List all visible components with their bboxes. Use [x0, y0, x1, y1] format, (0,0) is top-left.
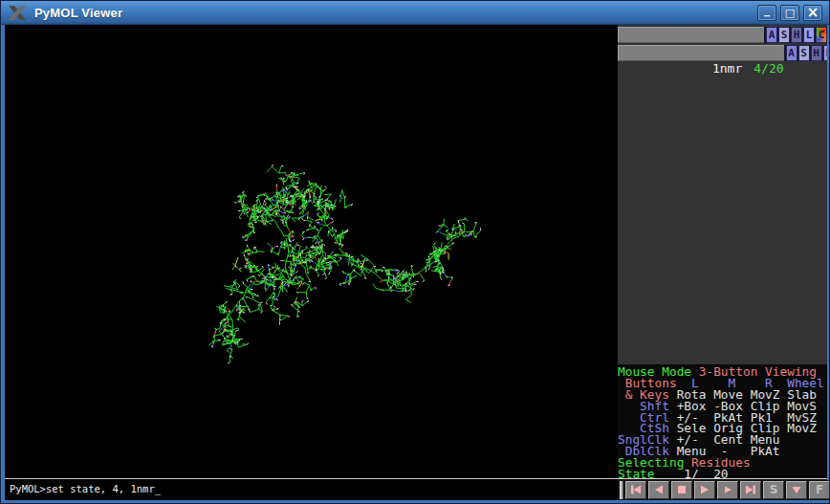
fullscreen-button[interactable]: F — [809, 481, 830, 499]
step-back-icon — [652, 484, 666, 495]
show-button-S[interactable]: S — [778, 27, 790, 43]
close-button[interactable]: × — [803, 5, 822, 21]
object-label: 1nmr — [712, 61, 742, 76]
object-actions-1nmr: A S H L C — [786, 45, 827, 61]
command-text: set state, 4, 1nmr — [46, 483, 155, 494]
playback-bar: SF — [618, 479, 827, 500]
skip-to-end-button[interactable] — [740, 481, 761, 499]
step-forward-button[interactable] — [717, 481, 738, 499]
window-controls: _ □ × — [757, 5, 822, 21]
object-row-1nmr[interactable]: 1nmr4/20 A S H L C — [618, 45, 827, 61]
sidebar-panel: all A S H L C 1nmr4/20 A — [618, 25, 827, 478]
command-input[interactable]: PyMOL>set state, 4, 1nmr_ — [5, 479, 618, 500]
main-content: all A S H L C 1nmr4/20 A — [5, 25, 827, 500]
window-title: PyMOL Viewer — [34, 6, 122, 20]
step-forward-icon — [721, 484, 734, 495]
action-button-A[interactable]: A — [766, 27, 777, 43]
pymol-window: PyMOL Viewer _ □ × all A S H — [0, 0, 830, 504]
doc-text: 1/ 20 — [655, 467, 729, 478]
command-prompt: PyMOL> — [10, 483, 46, 494]
color-button-C[interactable]: C — [816, 27, 827, 43]
command-cursor: _ — [155, 483, 161, 494]
x11-logo-icon — [7, 5, 28, 21]
object-row-all[interactable]: all A S H L C — [618, 27, 827, 43]
minimize-button[interactable]: _ — [757, 5, 776, 21]
object-state-count: 4/20 — [754, 61, 783, 76]
label-button-L[interactable]: L — [823, 45, 827, 61]
skip-end-icon — [744, 484, 757, 495]
doc-text: State — [618, 467, 655, 478]
object-list: all A S H L C 1nmr4/20 A — [618, 25, 827, 61]
object-actions-all: A S H L C — [766, 27, 827, 43]
play-icon — [698, 484, 711, 495]
molecule-canvas[interactable] — [5, 25, 618, 478]
maximize-button[interactable]: □ — [780, 5, 799, 21]
label-button-L[interactable]: L — [803, 27, 815, 43]
titlebar: PyMOL Viewer _ □ × — [1, 1, 829, 25]
stop-button[interactable] — [671, 481, 692, 499]
hide-button-H[interactable]: H — [811, 45, 822, 61]
skip-to-start-button[interactable] — [625, 481, 646, 499]
show-button-S[interactable]: S — [798, 45, 810, 61]
step-back-button[interactable] — [648, 481, 669, 499]
state-row[interactable]: State 1/ 20 — [618, 469, 827, 478]
stop-icon — [675, 484, 688, 495]
resize-grip[interactable] — [620, 481, 623, 499]
action-button-A[interactable]: A — [786, 45, 797, 61]
object-name-all[interactable]: all — [618, 27, 764, 43]
bottom-bar: PyMOL>set state, 4, 1nmr_ SF — [5, 478, 827, 500]
play-button[interactable] — [694, 481, 715, 499]
viewport-3d[interactable] — [5, 25, 618, 478]
mouse-panel: Mouse Mode 3-Button Viewing Buttons L M … — [618, 364, 827, 478]
state-toggle-button[interactable]: S — [763, 481, 784, 499]
hide-button-H[interactable]: H — [791, 27, 802, 43]
menu-down-icon — [790, 484, 803, 495]
menu-dropdown-button[interactable] — [786, 481, 807, 499]
skip-start-icon — [629, 484, 643, 495]
object-name-1nmr[interactable]: 1nmr4/20 — [618, 45, 784, 61]
